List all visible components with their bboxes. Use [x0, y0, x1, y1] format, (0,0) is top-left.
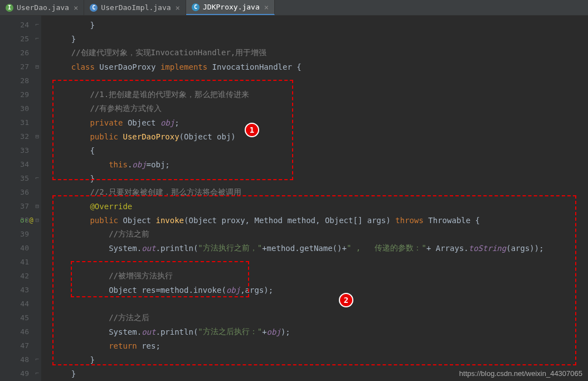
- tab-jdkproxy[interactable]: C JDKProxy.java ×: [186, 0, 275, 15]
- gutter-line: 32⊟: [0, 129, 41, 143]
- fold-end-icon: ⌐: [35, 356, 39, 363]
- fold-icon[interactable]: ⊟: [35, 63, 39, 70]
- class-icon: C: [192, 3, 200, 11]
- code-area[interactable]: } } //创建代理对象，实现InvocationHandler,用于增强 cl…: [41, 16, 588, 381]
- gutter-line: 48⌐: [0, 353, 41, 366]
- close-icon[interactable]: ×: [264, 3, 269, 12]
- gutter-line: 27⊟: [0, 60, 41, 74]
- fold-end-icon: ⌐: [35, 175, 39, 182]
- tab-userdao[interactable]: I UserDao.java ×: [0, 0, 84, 15]
- code-line: {: [52, 143, 588, 157]
- gutter-line: 35⌐: [0, 171, 41, 185]
- code-line: public UserDaoProxy(Object obj): [52, 129, 588, 143]
- code-line: }: [52, 32, 588, 46]
- gutter-line: 49⌐: [0, 366, 41, 380]
- tab-label: UserDaoImpl.java: [101, 3, 171, 12]
- code-line: class UserDaoProxy implements Invocation…: [52, 60, 588, 74]
- code-line: System.out.println("方法执行之前，"+method.getN…: [52, 241, 588, 255]
- gutter-line: 28: [0, 74, 41, 88]
- fold-end-icon: ⌐: [35, 35, 39, 42]
- code-line: //方法之后: [52, 311, 588, 325]
- gutter-line: 31: [0, 115, 41, 129]
- code-line: //方法之前: [52, 227, 588, 241]
- code-line: }: [52, 171, 588, 185]
- gutter-line: 33: [0, 143, 41, 157]
- close-icon[interactable]: ×: [176, 3, 180, 12]
- gutter-line: 36: [0, 185, 41, 199]
- gutter-line: 46: [0, 325, 41, 339]
- gutter-line: 43: [0, 283, 41, 297]
- gutter-line: 38⊟o↑ @: [0, 213, 41, 227]
- gutter-line: 42: [0, 269, 41, 283]
- code-line: //有参构造方式传入: [52, 102, 588, 115]
- interface-icon: I: [6, 4, 13, 12]
- code-line: }: [52, 353, 588, 366]
- gutter-line: 45: [0, 311, 41, 325]
- gutter-line: 30: [0, 102, 41, 115]
- gutter-line: 34: [0, 157, 41, 171]
- tab-label: UserDao.java: [17, 3, 69, 12]
- code-line: @Override: [52, 199, 588, 213]
- watermark: https://blog.csdn.net/weixin_44307065: [459, 369, 582, 378]
- code-line: }: [52, 18, 588, 32]
- gutter-line: 44: [0, 297, 41, 311]
- fold-end-icon: ⌐: [35, 21, 39, 28]
- fold-icon[interactable]: ⊟: [35, 133, 39, 140]
- code-line: System.out.println("方法之后执行："+obj);: [52, 325, 588, 339]
- fold-icon[interactable]: ⊟: [35, 216, 39, 224]
- gutter-line: 25⌐: [0, 32, 41, 46]
- gutter-line: 29: [0, 88, 41, 102]
- code-line: [52, 255, 588, 269]
- code-line: //被增强方法执行: [52, 269, 588, 283]
- class-icon: C: [90, 4, 98, 12]
- editor-tabs: I UserDao.java × C UserDaoImpl.java × C …: [0, 0, 588, 16]
- code-line: [52, 297, 588, 311]
- gutter-line: 40: [0, 241, 41, 255]
- code-line: //2.只要对象被创建，那么方法将会被调用: [52, 185, 588, 199]
- gutter-line: 24⌐: [0, 18, 41, 32]
- gutter-line: 37⊟: [0, 199, 41, 213]
- code-line: //1.把创建是谁的代理对象，那么把谁传进来: [52, 88, 588, 102]
- gutter-line: 26: [0, 46, 41, 60]
- code-line: private Object obj;: [52, 115, 588, 129]
- editor-area: 24⌐25⌐2627⊟2829303132⊟333435⌐3637⊟38⊟o↑ …: [0, 16, 588, 381]
- code-line: Object res=method.invoke(obj,args);: [52, 283, 588, 297]
- code-line: this.obj=obj;: [52, 157, 588, 171]
- gutter: 24⌐25⌐2627⊟2829303132⊟333435⌐3637⊟38⊟o↑ …: [0, 16, 41, 381]
- code-line: return res;: [52, 339, 588, 353]
- gutter-line: 47: [0, 339, 41, 353]
- gutter-line: 39: [0, 227, 41, 241]
- tab-userdaoimpl[interactable]: C UserDaoImpl.java ×: [84, 0, 186, 15]
- code-line: public Object invoke(Object proxy, Metho…: [52, 213, 588, 227]
- fold-icon[interactable]: ⊟: [35, 202, 39, 210]
- close-icon[interactable]: ×: [74, 3, 78, 12]
- code-line: //创建代理对象，实现InvocationHandler,用于增强: [52, 46, 588, 60]
- code-line: [52, 74, 588, 88]
- fold-end-icon: ⌐: [35, 370, 39, 377]
- gutter-line: 41: [0, 255, 41, 269]
- tab-label: JDKProxy.java: [203, 3, 260, 11]
- override-gutter-icon[interactable]: o↑ @: [20, 216, 33, 224]
